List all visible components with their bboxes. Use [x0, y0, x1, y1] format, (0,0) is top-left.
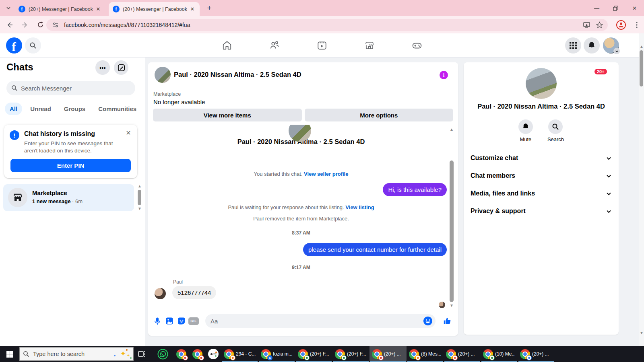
- tab-search-chevron-icon[interactable]: [3, 3, 14, 13]
- taskbar-search[interactable]: ✦ ✦: [19, 347, 134, 361]
- install-app-icon[interactable]: [582, 21, 591, 29]
- marketplace-icon[interactable]: [359, 35, 380, 56]
- facebook-favicon-icon: f: [19, 6, 25, 12]
- section-media-files-links[interactable]: Media, files and links: [464, 185, 619, 202]
- scroll-up-icon[interactable]: ▲: [449, 128, 454, 132]
- task-view-icon[interactable]: [134, 346, 150, 362]
- scroll-down-icon[interactable]: ▼: [639, 331, 644, 335]
- search-label: Search: [547, 136, 564, 142]
- sidebar-scrollbar[interactable]: ▲ ▼: [137, 184, 142, 271]
- thumbs-up-icon[interactable]: [441, 315, 453, 327]
- profile-badge-red-icon: ☻: [183, 355, 188, 360]
- home-icon[interactable]: [217, 35, 237, 56]
- taskbar-window-6[interactable]: ☻ (8) Mes...: [407, 346, 444, 362]
- taskbar-window-2[interactable]: S fozia m...: [258, 346, 295, 362]
- browser-profile-icon[interactable]: [616, 20, 626, 30]
- header-search-icon[interactable]: [25, 37, 41, 53]
- attach-image-icon[interactable]: [163, 315, 175, 327]
- search-messenger-input[interactable]: [21, 85, 118, 92]
- notifications-bell-icon[interactable]: [584, 37, 600, 53]
- chrome-pinned-icon[interactable]: ☻: [189, 346, 205, 362]
- restore-button[interactable]: [606, 0, 625, 16]
- conversation-avatar[interactable]: [155, 67, 171, 83]
- facebook-logo[interactable]: f: [6, 37, 22, 53]
- taskbar-window-7[interactable]: ☻ (20+) ...: [444, 346, 481, 362]
- bookmark-star-icon[interactable]: [595, 21, 604, 29]
- view-seller-profile-link[interactable]: View seller profile: [304, 171, 348, 177]
- chat-scrollbar[interactable]: ▲ ▼: [449, 128, 455, 308]
- browser-tab-inactive[interactable]: f (20+) Messenger | Facebook ✕: [14, 2, 105, 16]
- banner-status: No longer available: [153, 99, 205, 105]
- new-tab-button[interactable]: +: [204, 3, 214, 13]
- gaming-icon[interactable]: [407, 35, 427, 56]
- gif-label: GIF: [188, 317, 199, 325]
- close-window-button[interactable]: ✕: [625, 0, 644, 16]
- scroll-down-icon[interactable]: ▼: [449, 304, 454, 308]
- taskbar-window-3[interactable]: ☻ (20+) F...: [295, 346, 332, 362]
- view-more-items-button[interactable]: View more items: [153, 109, 302, 121]
- mute-action[interactable]: Mute: [518, 119, 533, 142]
- message-input-pill[interactable]: [205, 314, 436, 328]
- taskbar-window-4[interactable]: ☻ (20+) F...: [332, 346, 369, 362]
- tab-unread[interactable]: Unread: [25, 103, 56, 115]
- start-button[interactable]: [0, 346, 19, 362]
- mute-bell-icon[interactable]: [518, 119, 533, 134]
- scrollbar-thumb[interactable]: [138, 190, 141, 205]
- url-text[interactable]: facebook.com/messages/t/877110321648412/…: [64, 22, 578, 28]
- taskbar-search-input[interactable]: [33, 351, 97, 357]
- search-in-chat-icon[interactable]: [548, 119, 563, 134]
- address-bar[interactable]: facebook.com/messages/t/877110321648412/…: [46, 19, 608, 31]
- enter-pin-button[interactable]: Enter PIN: [10, 159, 131, 172]
- taskbar-window-8[interactable]: ☻ (10) Me...: [481, 346, 518, 362]
- search-action[interactable]: Search: [547, 119, 564, 142]
- message-input[interactable]: [211, 318, 423, 325]
- friends-icon[interactable]: [264, 35, 285, 56]
- site-settings-icon[interactable]: [51, 21, 60, 29]
- voice-clip-icon[interactable]: [151, 315, 163, 327]
- view-listing-link[interactable]: View listing: [345, 204, 374, 210]
- browser-menu-icon[interactable]: [633, 20, 641, 30]
- taskbar-window-5-active[interactable]: ☻ (20+) ...: [369, 346, 407, 362]
- section-chat-members[interactable]: Chat members: [464, 167, 619, 185]
- emoji-icon[interactable]: [423, 316, 433, 326]
- watch-icon[interactable]: [312, 35, 332, 56]
- reload-icon[interactable]: [35, 19, 46, 31]
- forward-icon[interactable]: [19, 19, 31, 31]
- scroll-up-icon[interactable]: ▲: [639, 45, 644, 49]
- messenger-search[interactable]: [6, 81, 135, 95]
- chrome-pinned-icon[interactable]: ☻: [173, 346, 189, 362]
- scrollbar-thumb[interactable]: [450, 160, 454, 302]
- page-scrollbar[interactable]: ▲ ▼: [639, 33, 644, 346]
- section-privacy-support[interactable]: Privacy & support: [464, 202, 619, 220]
- conversation-info-icon[interactable]: i: [440, 71, 448, 79]
- apps-grid-icon[interactable]: [565, 37, 581, 53]
- back-icon[interactable]: [4, 19, 15, 31]
- taskbar-window-9[interactable]: ☻ (20+) ...: [518, 346, 555, 362]
- password-key-icon[interactable]: [205, 346, 221, 362]
- conversation-title[interactable]: Paul · 2020 Nissan Altima · 2.5 Sedan 4D: [174, 71, 301, 78]
- tab-close-icon[interactable]: ✕: [189, 6, 196, 12]
- notice-close-icon[interactable]: ✕: [124, 129, 132, 137]
- scrollbar-thumb[interactable]: [640, 50, 643, 86]
- scroll-up-icon[interactable]: ▲: [137, 184, 142, 188]
- minimize-button[interactable]: —: [587, 0, 606, 16]
- browser-tab-active[interactable]: f (20+) Messenger | Facebook ✕: [109, 2, 200, 16]
- section-customize-chat[interactable]: Customize chat: [464, 149, 619, 167]
- outgoing-message-2[interactable]: please send your contact number for furt…: [303, 243, 447, 256]
- sticker-icon[interactable]: [175, 315, 188, 327]
- taskbar-window-1[interactable]: ☻ 294 - C...: [221, 346, 258, 362]
- chat-list-item-marketplace[interactable]: Marketplace 1 new message · 6m: [3, 184, 134, 211]
- more-options-button[interactable]: More options: [305, 109, 454, 121]
- outgoing-message-1[interactable]: Hi, is this available?: [383, 183, 447, 196]
- tab-all[interactable]: All: [5, 103, 22, 115]
- chat-item-preview-bold: 1 new message: [32, 198, 70, 204]
- scroll-down-icon[interactable]: ▼: [137, 207, 142, 211]
- compose-icon[interactable]: [114, 60, 128, 75]
- tab-communities[interactable]: Communities: [93, 103, 141, 115]
- incoming-message-1[interactable]: 5126777744: [172, 286, 216, 299]
- tab-close-icon[interactable]: ✕: [95, 6, 101, 12]
- chats-menu-icon[interactable]: •••: [95, 60, 110, 75]
- gif-icon[interactable]: GIF: [188, 315, 200, 327]
- tab-groups[interactable]: Groups: [59, 103, 90, 115]
- whatsapp-icon[interactable]: [155, 346, 171, 362]
